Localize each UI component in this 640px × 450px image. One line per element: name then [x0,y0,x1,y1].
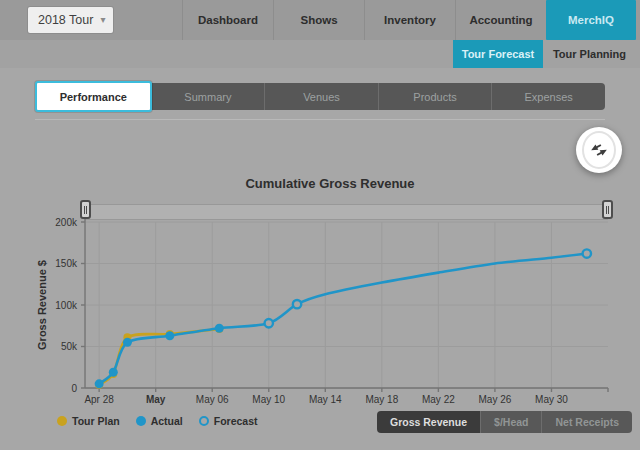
nav-item-dashboard[interactable]: Dashboard [182,0,273,40]
forecast-point [265,319,273,327]
actual-point [165,331,174,340]
tour-selector-dropdown[interactable]: 2018 Tour ▾ [28,7,113,33]
tour-selector-label: 2018 Tour [38,13,93,27]
forecast-swatch-icon [199,416,209,426]
per-head-button[interactable]: $/Head [481,411,542,433]
legend-item-forecast[interactable]: Forecast [199,415,258,427]
y-tick-label: 0 [71,383,77,394]
x-tick-label: Apr 28 [84,394,114,405]
legend-item-tour-plan[interactable]: Tour Plan [57,415,120,427]
actual-point [123,338,132,347]
x-tick-label: May [146,394,166,405]
tour-plan-swatch-icon [57,416,67,426]
chart-legend: Tour Plan Actual Forecast [57,415,258,427]
x-tick-label: May 14 [309,394,342,405]
x-tick-label: May 10 [252,394,285,405]
range-slider-right-handle[interactable] [602,200,613,219]
swap-arrows-icon [590,141,608,159]
top-nav-items: Dashboard Shows Inventory Accounting Mer… [182,0,640,40]
revenue-line-chart: 050k100k150k200kApr 28MayMay 06May 10May… [0,198,640,412]
forecast-point [293,300,301,308]
y-tick-label: 100k [55,300,78,311]
section-divider [35,119,605,120]
top-nav-bar: 2018 Tour ▾ Dashboard Shows Inventory Ac… [0,0,640,40]
app-window: 2018 Tour ▾ Dashboard Shows Inventory Ac… [0,0,640,450]
tab-venues[interactable]: Venues [265,83,379,110]
actual-point [95,379,104,388]
chevron-down-icon: ▾ [100,15,105,25]
metric-toggle-group: Gross Revenue $/Head Net Receipts [377,411,632,433]
nav-item-merchiq[interactable]: MerchIQ [546,0,636,40]
nav-item-shows[interactable]: Shows [273,0,364,40]
swap-arrows-button[interactable] [576,127,622,173]
y-tick-label: 200k [55,217,78,228]
gross-revenue-button[interactable]: Gross Revenue [377,411,481,433]
x-tick-label: May 06 [196,394,229,405]
actual-swatch-icon [136,416,146,426]
tab-performance[interactable]: Performance [35,81,152,112]
x-tick-label: May 22 [422,394,455,405]
tab-expenses[interactable]: Expenses [492,83,605,110]
x-tick-label: May 26 [479,394,512,405]
nav-item-accounting[interactable]: Accounting [455,0,546,40]
legend-item-actual[interactable]: Actual [136,415,183,427]
tab-products[interactable]: Products [379,83,493,110]
chart-title: Cumulative Gross Revenue [0,176,640,191]
y-tick-label: 50k [61,341,78,352]
y-axis-title: Gross Revenue $ [36,260,48,350]
sub-nav-bar: Tour Forecast Tour Planning [0,40,640,68]
subnav-item-tour-forecast[interactable]: Tour Forecast [453,40,543,68]
subnav-item-tour-planning[interactable]: Tour Planning [543,40,636,68]
x-tick-label: May 30 [535,394,568,405]
fab-ring [582,131,616,169]
tab-summary[interactable]: Summary [152,83,266,110]
forecast-point [583,249,591,257]
y-tick-label: 150k [55,258,78,269]
actual-forecast-line [99,254,587,384]
tab-bar: Performance Summary Venues Products Expe… [35,83,605,110]
actual-point [109,368,118,377]
nav-item-inventory[interactable]: Inventory [364,0,455,40]
actual-point [215,324,224,333]
x-tick-label: May 18 [365,394,398,405]
net-receipts-button[interactable]: Net Receipts [542,411,632,433]
range-slider-left-handle[interactable] [80,200,91,219]
